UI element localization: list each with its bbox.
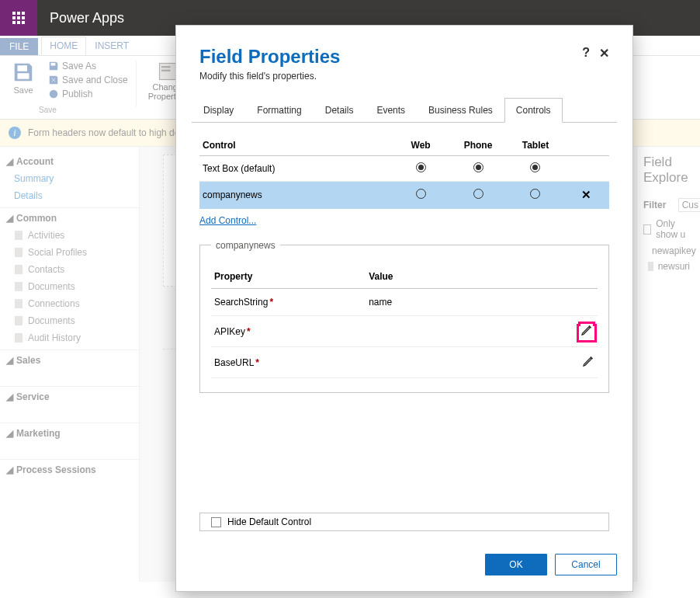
close-icon[interactable]: ✕	[599, 46, 609, 61]
tab-formatting[interactable]: Formatting	[245, 98, 313, 123]
edit-apikey-button[interactable]	[579, 326, 594, 340]
th-tablet: Tablet	[507, 135, 564, 156]
app-launcher-button[interactable]	[0, 0, 37, 36]
required-indicator: *	[247, 326, 251, 337]
radio-web-companynews[interactable]	[416, 189, 426, 199]
required-indicator: *	[255, 357, 259, 368]
waffle-icon	[12, 12, 25, 24]
tab-display[interactable]: Display	[192, 98, 245, 123]
radio-web-textbox[interactable]	[416, 162, 426, 172]
delete-control-icon[interactable]: ✕	[581, 188, 591, 201]
help-icon[interactable]: ?	[582, 46, 590, 61]
th-property: Property	[211, 265, 366, 289]
radio-tablet-textbox[interactable]	[530, 162, 540, 172]
radio-phone-companynews[interactable]	[473, 189, 483, 199]
radio-tablet-companynews[interactable]	[530, 189, 540, 199]
th-value: Value	[366, 265, 551, 289]
prop-baseurl-row[interactable]: BaseURL*	[211, 347, 598, 378]
cancel-button[interactable]: Cancel	[555, 554, 617, 575]
pencil-icon	[582, 355, 594, 367]
radio-phone-textbox[interactable]	[473, 162, 483, 172]
pencil-icon	[580, 324, 593, 336]
prop-apikey-row[interactable]: APIKey*	[211, 316, 598, 347]
required-indicator: *	[269, 297, 273, 308]
hide-default-label: Hide Default Control	[227, 516, 311, 527]
hide-default-checkbox[interactable]	[211, 517, 221, 527]
dialog-subtitle: Modify this field's properties.	[199, 71, 340, 82]
app-title: Power Apps	[50, 10, 124, 26]
control-textbox-row[interactable]: Text Box (default)	[199, 156, 609, 182]
th-phone: Phone	[449, 135, 507, 156]
prop-searchstring-row[interactable]: SearchString* name	[211, 289, 598, 316]
tab-events[interactable]: Events	[365, 98, 417, 123]
th-web: Web	[392, 135, 449, 156]
fieldset-legend: companynews	[211, 240, 280, 251]
tab-details[interactable]: Details	[314, 98, 366, 123]
control-companynews-row[interactable]: companynews ✕	[199, 182, 609, 209]
field-properties-dialog: Field Properties Modify this field's pro…	[175, 25, 633, 592]
th-control: Control	[199, 135, 392, 156]
dialog-title: Field Properties	[199, 46, 340, 68]
tab-business-rules[interactable]: Business Rules	[417, 98, 504, 123]
ok-button[interactable]: OK	[485, 554, 547, 575]
edit-baseurl-button[interactable]	[582, 359, 594, 370]
add-control-link[interactable]: Add Control...	[199, 215, 256, 226]
tab-controls[interactable]: Controls	[504, 98, 563, 123]
